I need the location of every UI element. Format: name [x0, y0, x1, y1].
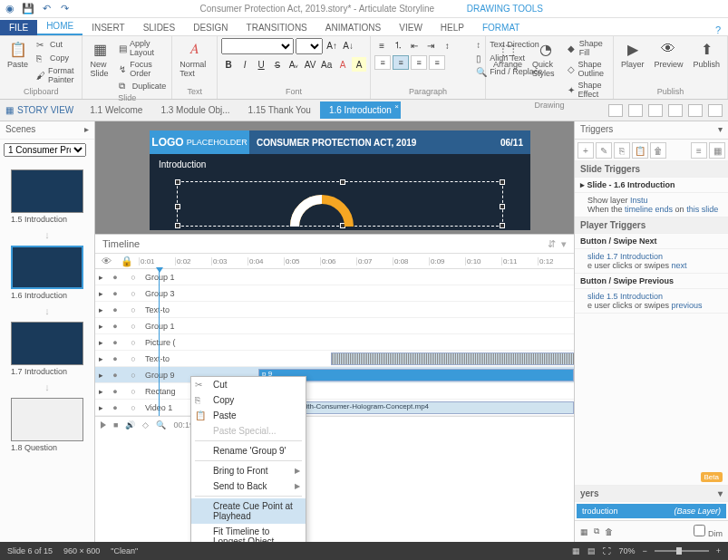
expand-icon[interactable]: ▸ [99, 305, 103, 314]
shape-fill-button[interactable]: ◆Shape Fill [566, 38, 609, 58]
cal-icon[interactable]: ▦ [709, 142, 725, 159]
menu-item[interactable]: ⎘Copy [191, 392, 306, 408]
del-layer-icon[interactable]: 🗑 [605, 527, 613, 536]
add-layer-icon[interactable]: ▦ [580, 527, 588, 536]
underline-button[interactable]: U [254, 57, 268, 72]
font-family-select[interactable] [221, 38, 294, 54]
expand-icon[interactable]: ▸ [84, 124, 89, 136]
lock-icon[interactable]: ○ [127, 322, 140, 331]
device-phone-icon[interactable] [668, 104, 683, 117]
lock-icon[interactable]: ○ [127, 387, 140, 396]
redo-icon[interactable]: ↷ [58, 3, 71, 15]
align-text-button[interactable]: ▯Align Text [474, 52, 544, 64]
shrink-font-icon[interactable]: A↓ [341, 38, 355, 53]
expand-icon[interactable]: ▸ [99, 371, 103, 380]
timeline-row[interactable]: ▸●○Group 1 [95, 269, 574, 285]
volume-icon[interactable]: 🔊 [125, 420, 135, 430]
menu-item[interactable]: Fit Timeline to Longest Object [191, 524, 306, 542]
focus-order-button[interactable]: ↯Focus Order [117, 59, 169, 79]
grow-font-icon[interactable]: A↑ [325, 38, 339, 53]
lock-icon[interactable]: ○ [127, 289, 140, 298]
expand-icon[interactable]: ▸ [99, 387, 103, 396]
slide-thumb[interactable]: 1.5 Introduction [11, 169, 83, 224]
tl-close-icon[interactable]: ▾ [561, 238, 567, 250]
menu-item[interactable]: Send to Back▶ [191, 478, 306, 494]
save-icon[interactable]: 💾 [22, 3, 34, 15]
menu-item[interactable]: Bring to Front▶ [191, 463, 306, 478]
align-left-button[interactable]: ≡ [374, 55, 391, 70]
eye-icon[interactable]: ● [109, 371, 121, 380]
timeline-row[interactable]: ▸●○Group 1 [95, 318, 574, 334]
font-size-select[interactable] [296, 38, 323, 54]
tab-transitions[interactable]: TRANSITIONS [238, 20, 316, 35]
device-phone-l-icon[interactable] [648, 104, 663, 117]
timeline-row[interactable]: ▸●○Group 9p 9 [95, 367, 574, 383]
normal-text-button[interactable]: 𝐴Normal Text [176, 38, 213, 80]
trigger-item[interactable]: Show layer Instu When the timeline ends … [575, 193, 728, 217]
eye-icon[interactable]: ● [109, 305, 121, 314]
tab-slides[interactable]: SLIDES [134, 20, 185, 35]
lock-icon[interactable]: ○ [127, 338, 140, 347]
dim-checkbox[interactable] [694, 525, 705, 536]
inc-indent-button[interactable]: ⇥ [423, 38, 438, 53]
view-icon[interactable]: ▦ [572, 546, 580, 555]
find-replace-button[interactable]: 🔍Find / Replace [474, 65, 544, 78]
slide-thumb[interactable]: 1.8 Question [11, 398, 83, 452]
delete-trigger-icon[interactable]: 🗑 [650, 142, 666, 159]
edit-trigger-icon[interactable]: ✎ [596, 142, 612, 159]
italic-button[interactable]: I [238, 57, 252, 72]
zoom-out-button[interactable]: − [642, 546, 646, 555]
zoom-icon[interactable]: 🔍 [156, 420, 166, 430]
timeline-row[interactable]: ▸●○Text-to [95, 302, 574, 318]
eye-icon[interactable]: ● [109, 338, 121, 347]
grid-icon[interactable] [688, 104, 703, 117]
expand-icon[interactable]: ▸ [99, 322, 103, 331]
tab-home[interactable]: HOME [37, 18, 83, 35]
view-icon[interactable]: ▤ [587, 546, 596, 555]
menu-item[interactable]: ✂Cut [191, 377, 306, 392]
collapse-icon[interactable]: ▾ [718, 124, 723, 136]
lock-icon[interactable]: ○ [127, 273, 140, 282]
add-trigger-icon[interactable]: + [578, 142, 594, 159]
slide-thumb[interactable]: 1.6 Introduction [11, 246, 83, 300]
tl-icon[interactable]: ⇵ [548, 238, 556, 250]
bullets-button[interactable]: ≡ [374, 38, 389, 53]
bold-button[interactable]: B [221, 57, 236, 72]
format-painter-button[interactable]: 🖌Format Painter [34, 65, 78, 85]
tab-view[interactable]: VIEW [390, 20, 432, 35]
lock-icon[interactable]: ○ [127, 403, 140, 412]
timeline-row[interactable]: ▸●○Picture ( [95, 334, 574, 351]
line-spacing-button[interactable]: ↕ [440, 38, 454, 53]
expand-icon[interactable]: ▸ [99, 289, 103, 298]
expand-icon[interactable]: ▸ [99, 273, 103, 282]
case-button[interactable]: Aa [319, 57, 334, 72]
shape-effect-button[interactable]: ✦Shape Effect [566, 80, 609, 100]
marker-icon[interactable]: ◇ [142, 420, 149, 430]
player-button[interactable]: ▶Player [617, 38, 648, 71]
strike-button[interactable]: S̶ [270, 57, 285, 72]
justify-button[interactable]: ≡ [429, 55, 445, 70]
new-slide-button[interactable]: ▦New Slide [86, 38, 113, 80]
spacing-button[interactable]: AV [303, 57, 317, 72]
tab-design[interactable]: DESIGN [184, 20, 237, 35]
tab-animations[interactable]: ANIMATIONS [316, 20, 390, 35]
align-center-button[interactable]: ≡ [393, 55, 409, 70]
expand-icon[interactable]: ▸ [99, 403, 103, 412]
timeline-row[interactable]: ▸●○Rectang [95, 383, 574, 400]
expand-icon[interactable]: ▸ [99, 354, 103, 363]
audio-bar[interactable] [331, 352, 574, 365]
tab-format[interactable]: FORMAT [473, 20, 529, 35]
playhead[interactable] [159, 269, 160, 416]
text-direction-button[interactable]: ↕Text Direction [474, 38, 544, 51]
undo-icon[interactable]: ↶ [40, 3, 53, 15]
shape-outline-button[interactable]: ◇Shape Outline [566, 59, 609, 79]
fit-icon[interactable]: ⛶ [603, 546, 611, 555]
align-right-button[interactable]: ≡ [411, 55, 427, 70]
lock-header-icon[interactable]: 🔒 [121, 256, 133, 267]
cut-button[interactable]: ✂Cut [34, 38, 78, 51]
eye-icon[interactable]: ● [109, 387, 121, 396]
device-desktop-icon[interactable] [608, 104, 623, 117]
eye-icon[interactable]: ● [109, 403, 121, 412]
numbering-button[interactable]: ⒈ [391, 38, 405, 53]
eye-header-icon[interactable]: 👁 [102, 256, 112, 266]
